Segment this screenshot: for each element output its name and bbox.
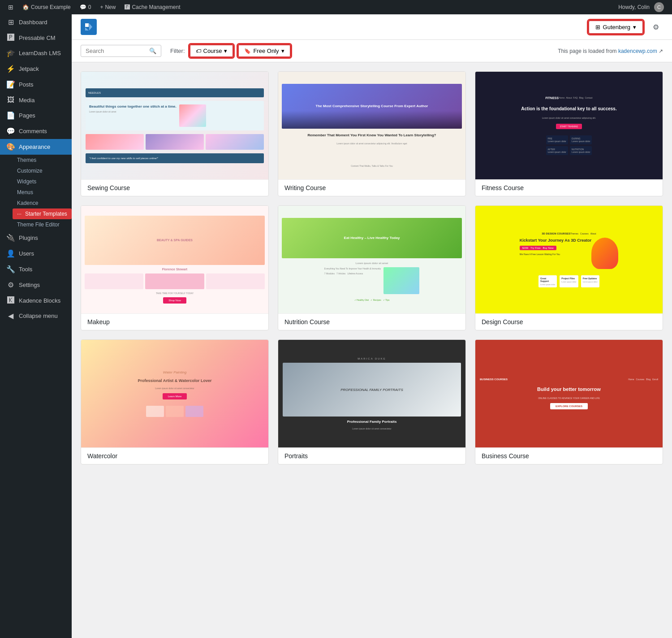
template-preview-nutrition: Eat Healthy – Live Healthy Today Lorem i…: [278, 206, 465, 313]
course-chevron-icon: ▾: [224, 48, 227, 54]
template-preview-writing: The Most Comprehensive Storytelling Cour…: [278, 72, 465, 179]
template-title-sewing: Sewing Course: [81, 179, 268, 196]
sidebar-item-dashboard[interactable]: ⊞ Dashboard: [0, 14, 72, 30]
sidebar-item-plugins[interactable]: 🔌 Plugins: [0, 230, 72, 246]
posts-icon: 📝: [6, 80, 15, 89]
content-area: ⊞ Gutenberg ▾ ⚙ 🔍 Filter: 🏷 Course ▾ 🔖: [72, 14, 672, 638]
sidebar-appearance-submenu: Themes Customize Widgets Menus Kadence ·…: [0, 155, 72, 230]
admin-bar-comments[interactable]: 💬 0: [75, 0, 96, 14]
kadence-logo: [81, 19, 97, 35]
pressable-icon: 🅿: [6, 34, 15, 42]
settings-gear-button[interactable]: ⚙: [649, 20, 663, 34]
search-icon: 🔍: [149, 48, 156, 54]
template-title-makeup: Makeup: [81, 313, 268, 330]
template-preview-makeup: BEAUTY & SPA GUIDES Florence Stewart TAK…: [81, 206, 268, 313]
filter-free-only-button[interactable]: 🔖 Free Only ▾: [238, 44, 290, 57]
kadence-blocks-icon: 🅺: [6, 296, 15, 304]
makeup-cta: Shop Now: [163, 297, 186, 304]
template-title-business: Business Course: [475, 447, 663, 464]
template-card-business[interactable]: BUSINESS COURSES HomeCoursesBlogEnroll B…: [475, 339, 663, 464]
settings-icon: ⚙: [6, 281, 15, 289]
template-title-portraits: Portraits: [278, 447, 465, 464]
filter-course-button[interactable]: 🏷 Course ▾: [190, 44, 234, 57]
gutenberg-button[interactable]: ⊞ Gutenberg ▾: [588, 20, 643, 34]
admin-bar-cache[interactable]: 🅿 Cache Management: [120, 0, 185, 14]
gutenberg-chevron-icon: ▾: [633, 24, 636, 30]
avatar: C: [654, 2, 664, 12]
gutenberg-icon: ⊞: [595, 24, 600, 30]
sidebar-item-theme-file-editor[interactable]: Theme File Editor: [13, 219, 72, 230]
search-box[interactable]: 🔍: [81, 45, 161, 57]
comments-icon: 💬: [6, 127, 15, 135]
template-preview-business: BUSINESS COURSES HomeCoursesBlogEnroll B…: [475, 340, 663, 447]
sidebar-item-settings[interactable]: ⚙ Settings: [0, 277, 72, 293]
sidebar-item-posts[interactable]: 📝 Posts: [0, 77, 72, 92]
sidebar-item-customize[interactable]: Customize: [13, 165, 72, 176]
sidebar-item-pressable[interactable]: 🅿 Pressable CM: [0, 30, 72, 45]
template-card-design[interactable]: 3D DESIGN COURSES ThemesCoursesAbout Kic…: [475, 205, 663, 330]
main-layout: ⊞ Dashboard 🅿 Pressable CM 🎓 LearnDash L…: [0, 14, 672, 638]
business-cta: EXPLORE COURSES: [550, 403, 588, 409]
admin-bar-new[interactable]: + New: [95, 0, 120, 14]
loaded-from-text: This page is loaded from kadencewp.com ↗: [558, 48, 663, 54]
admin-bar-howdy[interactable]: Howdy, Colin C: [614, 2, 668, 12]
sidebar-item-kadence-blocks[interactable]: 🅺 Kadence Blocks: [0, 293, 72, 308]
sidebar-item-widgets[interactable]: Widgets: [13, 176, 72, 187]
filter-label: Filter:: [170, 48, 185, 54]
dashboard-icon: ⊞: [6, 18, 15, 26]
templates-grid: NEEDLES Beautiful things come together o…: [72, 62, 672, 473]
template-card-fitness[interactable]: FITNESS HomeAboutFAQBlogContact Action i…: [475, 71, 663, 196]
template-title-fitness: Fitness Course: [475, 179, 663, 196]
free-chevron-icon: ▾: [281, 48, 284, 54]
sidebar-item-jetpack[interactable]: ⚡ Jetpack: [0, 61, 72, 77]
template-card-sewing[interactable]: NEEDLES Beautiful things come together o…: [81, 71, 269, 196]
sidebar-item-appearance[interactable]: 🎨 Appearance: [0, 139, 72, 155]
filter-bar: 🔍 Filter: 🏷 Course ▾ 🔖 Free Only ▾ This …: [72, 40, 672, 62]
plugins-icon: 🔌: [6, 234, 15, 242]
template-card-portraits[interactable]: MARICA DUKE PROFESSIONAL FAMILY PORTRAIT…: [278, 339, 466, 464]
jetpack-icon: ⚡: [6, 65, 15, 73]
template-preview-design: 3D DESIGN COURSES ThemesCoursesAbout Kic…: [475, 206, 663, 313]
watercolor-cta: Learn More: [163, 393, 187, 399]
sidebar-item-pages[interactable]: 📄 Pages: [0, 108, 72, 123]
sidebar: ⊞ Dashboard 🅿 Pressable CM 🎓 LearnDash L…: [0, 14, 72, 638]
gear-icon: ⚙: [653, 23, 659, 31]
template-title-watercolor: Watercolor: [81, 447, 268, 464]
sidebar-item-learndash[interactable]: 🎓 LearnDash LMS: [0, 45, 72, 61]
sidebar-item-menus[interactable]: Menus: [13, 187, 72, 198]
tools-icon: 🔧: [6, 265, 15, 273]
template-preview-fitness: FITNESS HomeAboutFAQBlogContact Action i…: [475, 72, 663, 179]
sidebar-item-users[interactable]: 👤 Users: [0, 246, 72, 261]
sidebar-item-comments[interactable]: 💬 Comments: [0, 123, 72, 139]
sidebar-item-themes[interactable]: Themes: [13, 155, 72, 165]
sidebar-item-kadence[interactable]: Kadence: [13, 198, 72, 208]
learndash-icon: 🎓: [6, 49, 15, 57]
users-icon: 👤: [6, 249, 15, 258]
template-card-writing[interactable]: The Most Comprehensive Storytelling Cour…: [278, 71, 466, 196]
appearance-icon: 🎨: [6, 143, 15, 151]
template-preview-watercolor: Water Painting Professional Artist & Wat…: [81, 340, 268, 447]
admin-bar-site-name[interactable]: 🏠 Course Example: [18, 0, 75, 14]
template-title-writing: Writing Course: [278, 179, 465, 196]
admin-bar-wp-logo[interactable]: ⊞: [4, 0, 18, 14]
sidebar-item-tools[interactable]: 🔧 Tools: [0, 261, 72, 277]
template-preview-portraits: MARICA DUKE PROFESSIONAL FAMILY PORTRAIT…: [278, 340, 465, 447]
template-card-watercolor[interactable]: Water Painting Professional Artist & Wat…: [81, 339, 269, 464]
admin-bar: ⊞ 🏠 Course Example 💬 0 + New 🅿 Cache Man…: [0, 0, 672, 14]
sidebar-item-starter-templates[interactable]: ··· Starter Templates: [13, 208, 72, 219]
collapse-icon: ◀: [6, 312, 15, 320]
template-card-nutrition[interactable]: Eat Healthy – Live Healthy Today Lorem i…: [278, 205, 466, 330]
admin-bar-right: Howdy, Colin C: [614, 2, 668, 12]
template-title-nutrition: Nutrition Course: [278, 313, 465, 330]
bookmark-icon: 🔖: [244, 48, 251, 54]
template-title-design: Design Course: [475, 313, 663, 330]
tag-icon: 🏷: [196, 48, 201, 54]
template-card-makeup[interactable]: BEAUTY & SPA GUIDES Florence Stewart TAK…: [81, 205, 269, 330]
sidebar-item-media[interactable]: 🖼 Media: [0, 92, 72, 108]
search-input[interactable]: [86, 48, 146, 54]
pages-icon: 📄: [6, 111, 15, 120]
page-header: ⊞ Gutenberg ▾ ⚙: [72, 14, 672, 40]
sidebar-item-collapse[interactable]: ◀ Collapse menu: [0, 308, 72, 324]
media-icon: 🖼: [6, 96, 15, 104]
kadencewp-link[interactable]: kadencewp.com: [618, 48, 657, 54]
